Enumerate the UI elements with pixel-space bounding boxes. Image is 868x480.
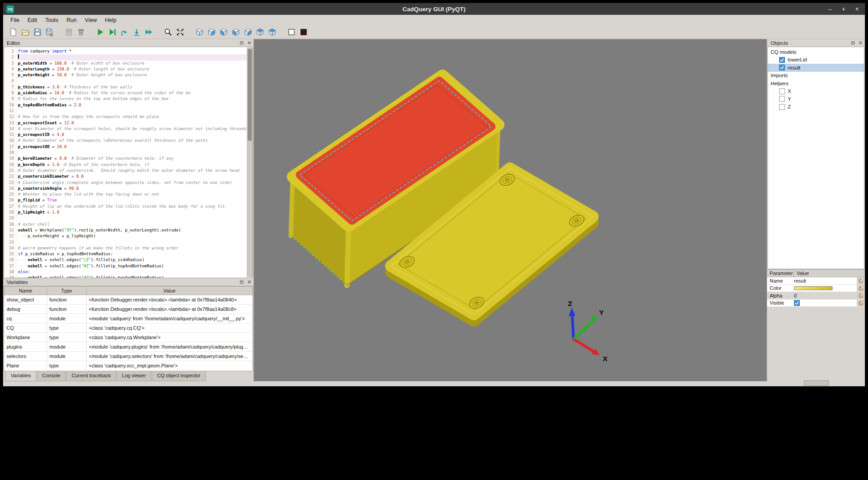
fast-forward-icon[interactable] [143, 26, 155, 38]
step-over-icon[interactable] [118, 26, 131, 38]
view-front-icon[interactable] [206, 26, 218, 38]
tree-item-x[interactable]: X [768, 87, 864, 96]
close-button[interactable]: × [854, 5, 860, 13]
editor-code-area[interactable]: 1from cadquery import *23p_outerWidth = … [4, 47, 253, 278]
save-icon[interactable] [31, 26, 44, 38]
code-line-23[interactable]: 23# Countersink angle (complete angle be… [4, 180, 253, 186]
open-file-icon[interactable] [19, 26, 31, 38]
code-line-3[interactable]: 3p_outerWidth = 100.0··# Outer width of … [4, 61, 253, 66]
variables-float-button[interactable] [238, 279, 245, 285]
code-line-22[interactable]: 22p_countersinkDiameter = 0.0 [4, 174, 253, 179]
code-line-14[interactable]: 14# nner Diameter of the screwpost holes… [4, 126, 253, 132]
minimize-button[interactable]: – [827, 5, 833, 13]
editor-scrollbar-thumb[interactable] [248, 49, 252, 141]
tree-group-cq-models[interactable]: CQ models [768, 48, 864, 56]
tree-item-z[interactable]: Z [768, 103, 864, 111]
tab-cq-object-inspector[interactable]: CQ object inspector [152, 371, 206, 381]
maximize-button[interactable]: + [840, 5, 847, 13]
code-line-12[interactable]: 12# How far in from the edges the screwp… [4, 114, 253, 120]
tree-item-result[interactable]: result [768, 64, 864, 72]
code-line-13[interactable]: 13p_screwpostInset = 12.0 [4, 120, 253, 126]
menu-item-run[interactable]: Run [62, 16, 81, 24]
tree-item-y[interactable]: Y [768, 95, 864, 103]
zoom-icon[interactable] [162, 26, 174, 38]
code-line-39[interactable]: 39····oshell = oshell.edges("#Z").fillet… [4, 275, 253, 278]
code-line-5[interactable]: 5p_outerHeight = 50.0··# Outer height of… [4, 72, 253, 78]
save-as-icon[interactable] [44, 26, 56, 38]
code-line-8[interactable]: 8p_sideRadius = 10.0··# Radius for the c… [4, 90, 253, 96]
code-line-38[interactable]: 38else: [4, 269, 253, 275]
code-line-26[interactable]: 26p_flipLid = True [4, 197, 253, 203]
variable-row-debug[interactable]: debugfunction<function Debugger.render.<… [4, 305, 253, 314]
view-iso-icon[interactable] [193, 26, 206, 38]
code-line-33[interactable]: 33 [4, 240, 253, 245]
tab-console[interactable]: Console [37, 371, 66, 381]
code-line-29[interactable]: 29 [4, 215, 253, 221]
code-line-32[interactable]: 32····p_outerHeight + p_lipHeight) [4, 233, 253, 239]
view-left-icon[interactable] [230, 26, 242, 38]
new-file-icon[interactable] [7, 26, 19, 38]
checkbox-unchecked-icon[interactable] [779, 88, 785, 94]
tab-variables[interactable]: Variables [5, 371, 36, 381]
wireframe-toggle-icon[interactable] [285, 26, 298, 38]
tab-log-viewer[interactable]: Log viewer [117, 371, 151, 381]
tree-group-imports[interactable]: Imports [768, 72, 864, 80]
code-line-37[interactable]: 37····oshell = oshell.edges("#Z").fillet… [4, 263, 253, 269]
clean-icon[interactable] [63, 26, 75, 38]
view-back-icon[interactable] [218, 26, 230, 38]
status-widget[interactable] [804, 380, 829, 386]
menu-item-file[interactable]: File [6, 16, 23, 24]
code-line-6[interactable]: 6 [4, 78, 253, 84]
tree-group-helpers[interactable]: Helpers [768, 79, 864, 87]
visible-checkbox-icon[interactable] [794, 300, 800, 306]
code-line-10[interactable]: 10p_topAndBottomRadius = 2.0 [4, 102, 253, 108]
code-line-15[interactable]: 15p_screwpostID = 4.0 [4, 132, 253, 138]
code-line-16[interactable]: 16# Outer Diameter of the screwposts.\nD… [4, 138, 253, 144]
editor-float-button[interactable] [238, 40, 245, 46]
code-line-1[interactable]: 1from cadquery import * [4, 48, 253, 54]
variable-row-selectors[interactable]: selectorsmodule<module 'cadquery.selecto… [4, 352, 253, 361]
variable-row-workplane[interactable]: Workplanetype<class 'cadquery.cq.Workpla… [4, 333, 253, 342]
code-line-35[interactable]: 35if p_sideRadius > p_topAndBottomRadius… [4, 251, 253, 257]
objects-close-button[interactable] [857, 40, 864, 46]
color-swatch[interactable] [794, 286, 833, 290]
view-bottom-icon[interactable] [266, 26, 278, 38]
objects-float-button[interactable] [850, 40, 856, 46]
reset-icon[interactable] [857, 300, 865, 307]
code-line-4[interactable]: 4p_outerLength = 150.0··# Outer length o… [4, 66, 253, 72]
run-icon[interactable] [94, 26, 106, 38]
code-line-17[interactable]: 17p_screwpostOD = 10.0 [4, 144, 253, 150]
code-line-7[interactable]: 7p_thickness = 3.0··# Thickness of the b… [4, 84, 253, 90]
code-line-19[interactable]: 19p_boreDiameter = 8.0··# Diameter of th… [4, 156, 253, 161]
menu-item-edit[interactable]: Edit [23, 16, 41, 24]
viewport-3d[interactable]: Z Y X [254, 39, 767, 381]
view-right-icon[interactable] [242, 26, 254, 38]
code-line-31[interactable]: 31oshell = Workplane("XY").rect(p_outerW… [4, 227, 253, 233]
code-line-34[interactable]: 34# weird geometry happens if we make th… [4, 245, 253, 251]
reset-icon[interactable] [857, 292, 865, 299]
view-top-icon[interactable] [254, 26, 266, 38]
variable-row-cq[interactable]: cqmodule<module 'cadquery' from '/home/a… [4, 314, 253, 323]
code-line-2[interactable]: 2 [4, 54, 253, 60]
checkbox-unchecked-icon[interactable] [779, 96, 785, 102]
menu-item-tools[interactable]: Tools [41, 16, 62, 24]
editor-scrollbar[interactable] [247, 48, 253, 277]
step-into-icon[interactable] [131, 26, 143, 38]
variable-row-plugins[interactable]: pluginsmodule<module 'cadquery.plugins' … [4, 342, 253, 352]
menu-item-help[interactable]: Help [101, 16, 121, 24]
checkbox-checked-icon[interactable] [779, 57, 785, 63]
code-line-25[interactable]: 25# Whether to place the lid with the to… [4, 192, 253, 197]
delete-icon[interactable] [75, 26, 87, 38]
code-line-27[interactable]: 27# Height of lip on the underside of th… [4, 204, 253, 209]
checkbox-checked-icon[interactable] [779, 65, 785, 70]
tree-item-lowerlid[interactable]: lowerLid [768, 56, 864, 64]
reset-icon[interactable] [857, 285, 865, 292]
variable-row-cq[interactable]: CQtype<class 'cadquery.cq.CQ'> [4, 323, 253, 333]
editor-close-button[interactable] [246, 40, 252, 46]
code-line-24[interactable]: 24p_countersinkAngle = 90.0 [4, 186, 253, 192]
code-line-21[interactable]: 21# Outer diameter of countersink. Shoul… [4, 168, 253, 174]
code-line-11[interactable]: 11 [4, 108, 253, 114]
code-line-28[interactable]: 28p_lipHeight = 1.0 [4, 209, 253, 215]
variable-row-show-object[interactable]: show_objectfunction<function Debugger.re… [4, 295, 253, 305]
debug-icon[interactable] [106, 26, 118, 38]
